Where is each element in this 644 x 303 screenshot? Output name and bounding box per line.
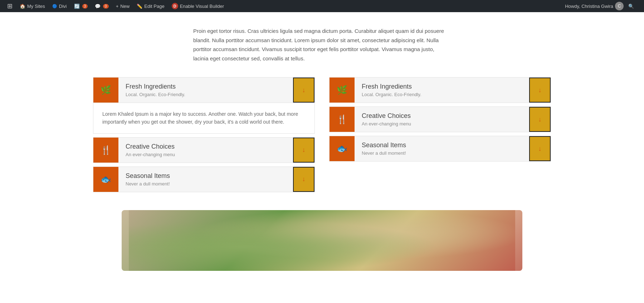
intro-paragraph: Proin eget tortor risus. Cras ultricies …: [193, 26, 451, 63]
admin-bar-right: Howdy, Christina Gwira C 🔍: [565, 2, 640, 10]
arrow-down-icon-seasonal-left: ↓: [302, 175, 306, 183]
creative-title-left: Creative Choices: [126, 143, 286, 150]
arrow-down-icon-seasonal-right: ↓: [538, 145, 542, 153]
search-icon[interactable]: 🔍: [625, 4, 637, 9]
user-greeting: Howdy, Christina Gwira: [565, 4, 613, 9]
accordion-item-creative-left: 🍴 Creative Choices An ever-changing menu…: [93, 137, 315, 163]
left-column: 🌿 Fresh Ingredients Local. Organic. Eco-…: [86, 77, 322, 196]
seasonal-arrow-box-left[interactable]: ↓: [293, 167, 314, 192]
right-column: 🌿 Fresh Ingredients Local. Organic. Eco-…: [322, 77, 558, 196]
accordion-header-seasonal-right[interactable]: 🐟 Seasonal Items Never a dull moment! ↓: [330, 136, 551, 161]
my-sites-label: My Sites: [27, 4, 45, 9]
plus-icon: +: [116, 4, 119, 9]
divi-menu[interactable]: 🔵 Divi: [49, 0, 70, 12]
fresh-arrow-box-left[interactable]: ↓: [293, 78, 314, 103]
divi-icon-bar: 🔵: [52, 4, 57, 9]
arrow-down-icon-fresh-left: ↓: [302, 86, 306, 94]
fork-icon-right: 🍴: [337, 114, 347, 124]
wp-logo[interactable]: ⊞: [4, 0, 16, 12]
updates-badge: 3: [82, 4, 88, 9]
intro-text: Proin eget tortor risus. Cras ultricies …: [186, 26, 458, 63]
new-label: New: [120, 4, 130, 9]
fresh-icon-box-left: 🌿: [93, 78, 118, 103]
fresh-title-right: Fresh Ingredients: [362, 83, 522, 90]
accordion-item-seasonal-right: 🐟 Seasonal Items Never a dull moment! ↓: [329, 136, 551, 162]
seasonal-subtitle-right: Never a dull moment!: [362, 150, 522, 156]
new-menu[interactable]: + New: [112, 0, 133, 12]
seasonal-title-area-left: Seasonal Items Never a dull moment!: [118, 172, 293, 187]
creative-subtitle-left: An ever-changing menu: [126, 152, 286, 157]
avatar[interactable]: C: [615, 2, 624, 10]
creative-icon-box-left: 🍴: [93, 138, 118, 163]
fresh-icon-box-right: 🌿: [330, 78, 355, 103]
creative-icon-box-right: 🍴: [330, 107, 355, 132]
seasonal-title-area-right: Seasonal Items Never a dull moment!: [355, 141, 529, 156]
fresh-content-left: Lorem Khaled Ipsum is a major key to suc…: [93, 103, 314, 133]
accordion-header-creative-right[interactable]: 🍴 Creative Choices An ever-changing menu…: [330, 107, 551, 132]
accordion-item-fresh-left: 🌿 Fresh Ingredients Local. Organic. Eco-…: [93, 77, 315, 134]
creative-title-right: Creative Choices: [362, 112, 522, 120]
edit-page-menu[interactable]: ✏️ Edit Page: [133, 0, 168, 12]
seasonal-icon-box-left: 🐟: [93, 167, 118, 192]
fresh-title-left: Fresh Ingredients: [126, 83, 286, 90]
fresh-subtitle-right: Local. Organic. Eco-Friendly.: [362, 92, 522, 97]
leaf-icon-right: 🌿: [337, 85, 347, 95]
accordion-item-seasonal-left: 🐟 Seasonal Items Never a dull moment! ↓: [93, 167, 315, 192]
comment-icon: 💬: [95, 4, 101, 9]
wordpress-icon: ⊞: [7, 2, 13, 10]
comments-menu[interactable]: 💬 0: [91, 0, 112, 12]
comments-badge: 0: [103, 4, 109, 9]
accordion-header-fresh-right[interactable]: 🌿 Fresh Ingredients Local. Organic. Eco-…: [330, 78, 551, 103]
creative-arrow-box-left[interactable]: ↓: [293, 138, 314, 163]
my-sites-menu[interactable]: 🏠 My Sites: [16, 0, 49, 12]
two-col-layout: 🌿 Fresh Ingredients Local. Organic. Eco-…: [79, 77, 565, 196]
fresh-content-text-left: Lorem Khaled Ipsum is a major key to suc…: [102, 110, 306, 126]
creative-title-area-right: Creative Choices An ever-changing menu: [355, 112, 529, 126]
refresh-icon: 🔄: [74, 4, 80, 9]
house-icon: 🏠: [20, 4, 25, 9]
leaf-icon-left: 🌿: [101, 85, 111, 95]
accordion-header-seasonal-left[interactable]: 🐟 Seasonal Items Never a dull moment! ↓: [93, 167, 314, 192]
accordion-header-creative-left[interactable]: 🍴 Creative Choices An ever-changing menu…: [93, 138, 314, 163]
edit-page-label: Edit Page: [144, 4, 164, 9]
fork-icon-left: 🍴: [101, 145, 111, 155]
fresh-title-area-left: Fresh Ingredients Local. Organic. Eco-Fr…: [118, 83, 293, 97]
fresh-title-area-right: Fresh Ingredients Local. Organic. Eco-Fr…: [355, 83, 529, 97]
pencil-icon: ✏️: [137, 4, 142, 9]
creative-arrow-box-right[interactable]: ↓: [529, 107, 551, 132]
fresh-arrow-box-right[interactable]: ↓: [529, 78, 551, 103]
fish-icon-right: 🐟: [337, 144, 347, 154]
seasonal-title-right: Seasonal Items: [362, 141, 522, 149]
arrow-down-icon-creative-right: ↓: [538, 116, 542, 123]
seasonal-subtitle-left: Never a dull moment!: [126, 181, 286, 187]
accordion-item-fresh-right: 🌿 Fresh Ingredients Local. Organic. Eco-…: [329, 77, 551, 103]
divi-circle-icon: D: [172, 3, 178, 9]
arrow-down-icon-fresh-right: ↓: [538, 86, 542, 94]
creative-subtitle-right: An ever-changing menu: [362, 121, 522, 126]
fish-icon-left: 🐟: [101, 174, 111, 184]
bottom-image-inner: [129, 210, 515, 271]
accordion-header-fresh-left[interactable]: 🌿 Fresh Ingredients Local. Organic. Eco-…: [93, 78, 314, 103]
page-content: Proin eget tortor risus. Cras ultricies …: [0, 12, 644, 271]
seasonal-title-left: Seasonal Items: [126, 172, 286, 180]
bottom-image: [122, 210, 522, 271]
fresh-subtitle-left: Local. Organic. Eco-Friendly.: [126, 92, 286, 97]
seasonal-icon-box-right: 🐟: [330, 136, 355, 161]
seasonal-arrow-box-right[interactable]: ↓: [529, 136, 551, 161]
accordion-item-creative-right: 🍴 Creative Choices An ever-changing menu…: [329, 106, 551, 132]
creative-title-area-left: Creative Choices An ever-changing menu: [118, 143, 293, 157]
updates-menu[interactable]: 🔄 3: [70, 0, 92, 12]
divi-label: Divi: [59, 4, 67, 9]
enable-visual-builder-menu[interactable]: D Enable Visual Builder: [168, 0, 228, 12]
arrow-down-icon-creative-left: ↓: [302, 146, 306, 154]
admin-bar: ⊞ 🏠 My Sites 🔵 Divi 🔄 3 💬 0 + New ✏️ Edi…: [0, 0, 644, 12]
enable-visual-builder-label: Enable Visual Builder: [180, 4, 224, 9]
